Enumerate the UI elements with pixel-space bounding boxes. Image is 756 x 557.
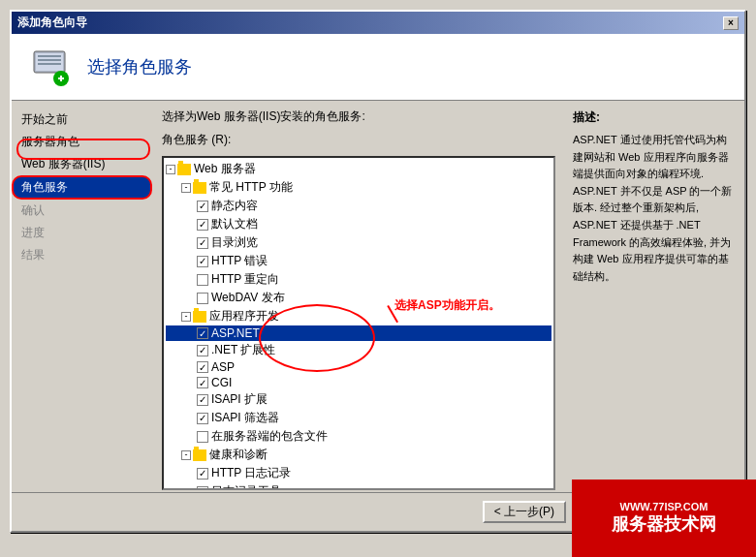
watermark-name: 服务器技术网 bbox=[612, 512, 716, 536]
expand-btn-health-diag[interactable]: - bbox=[181, 450, 191, 460]
folder-icon-app-dev bbox=[193, 311, 206, 323]
nav-item-web-server[interactable]: Web 服务器(IIS) bbox=[12, 153, 152, 175]
nav-item-server-roles[interactable]: 服务器角色 bbox=[12, 131, 152, 153]
expand-btn-web-server[interactable]: - bbox=[166, 165, 175, 174]
nav-item-results: 结果 bbox=[12, 244, 152, 266]
description-title: 描述: bbox=[573, 108, 737, 126]
tree-label-net-ext: .NET 扩展性 bbox=[211, 342, 275, 358]
back-button[interactable]: < 上一步(P) bbox=[483, 501, 566, 523]
nav-item-role-services[interactable]: 角色服务 bbox=[12, 175, 152, 200]
checkbox-asp-net[interactable]: ✓ bbox=[197, 327, 208, 339]
checkbox-http-errors[interactable]: ✓ bbox=[197, 256, 208, 267]
checkbox-dir-browse[interactable]: ✓ bbox=[197, 237, 208, 249]
tree-label-http-errors: HTTP 错误 bbox=[211, 253, 268, 269]
left-nav: 开始之前 服务器角色 Web 服务器(IIS) 角色服务 确认 进度 结果 bbox=[12, 101, 152, 523]
annotation-text: 选择ASP功能开启。 bbox=[394, 297, 500, 314]
main-panel: 选择为Web 服务器(IIS)安装的角色服务: 角色服务 (R): - Web … bbox=[152, 101, 565, 523]
description-panel: 描述: ASP.NET 通过使用托管代码为构建网站和 Web 应用程序向服务器端… bbox=[565, 101, 744, 523]
folder-icon-web-server bbox=[177, 164, 191, 175]
tree-item-asp[interactable]: ✓ ASP bbox=[166, 359, 551, 375]
tree-label-cgi: CGI bbox=[211, 376, 232, 389]
tree-item-dir-browse[interactable]: ✓ 目录浏览 bbox=[166, 233, 551, 252]
tree-label-log-tools: 日志记录工具 bbox=[211, 483, 281, 490]
tree-label-web-server: Web 服务器 bbox=[194, 161, 256, 177]
expand-btn-app-dev[interactable]: - bbox=[181, 312, 191, 322]
checkbox-default-doc[interactable]: ✓ bbox=[197, 219, 208, 231]
tree-label-asp-net: ASP.NET bbox=[211, 326, 260, 340]
tree-item-health-diag[interactable]: - 健康和诊断 bbox=[166, 446, 551, 464]
checkbox-cgi[interactable]: ✓ bbox=[197, 377, 208, 388]
watermark-url: WWW.77ISP.COM bbox=[620, 501, 709, 512]
role-services-label: 角色服务 (R): bbox=[162, 132, 555, 148]
checkbox-asp[interactable]: ✓ bbox=[197, 361, 208, 373]
svg-rect-2 bbox=[38, 55, 61, 57]
checkbox-isapi-ext[interactable]: ✓ bbox=[197, 394, 208, 406]
tree-label-server-side-inc: 在服务器端的包含文件 bbox=[211, 428, 328, 445]
role-services-tree[interactable]: - Web 服务器 - 常见 HTTP 功能 ✓ 静态内容 bbox=[162, 156, 555, 490]
titlebar: 添加角色向导 × bbox=[12, 12, 744, 34]
checkbox-log-tools[interactable] bbox=[197, 486, 208, 491]
tree-item-web-server[interactable]: - Web 服务器 bbox=[166, 160, 551, 178]
tree-item-net-ext[interactable]: ✓ .NET 扩展性 bbox=[166, 341, 551, 359]
tree-item-default-doc[interactable]: ✓ 默认文档 bbox=[166, 215, 551, 233]
checkbox-webdav[interactable] bbox=[197, 293, 208, 304]
tree-item-cgi[interactable]: ✓ CGI bbox=[166, 375, 551, 390]
wizard-icon bbox=[26, 44, 73, 90]
tree-label-app-dev: 应用程序开发 bbox=[209, 308, 279, 325]
tree-label-default-doc: 默认文档 bbox=[211, 216, 258, 232]
folder-icon-health-diag bbox=[193, 449, 206, 461]
nav-item-start[interactable]: 开始之前 bbox=[12, 108, 152, 131]
svg-rect-4 bbox=[38, 63, 61, 65]
tree-item-isapi-filter[interactable]: ✓ ISAPI 筛选器 bbox=[166, 409, 551, 427]
checkbox-static-content[interactable]: ✓ bbox=[197, 201, 208, 212]
tree-label-common-http: 常见 HTTP 功能 bbox=[209, 179, 293, 196]
tree-item-isapi-ext[interactable]: ✓ ISAPI 扩展 bbox=[166, 390, 551, 409]
svg-rect-3 bbox=[38, 59, 61, 61]
tree-label-http-redirect: HTTP 重定向 bbox=[211, 271, 279, 288]
nav-item-progress: 进度 bbox=[12, 222, 152, 244]
folder-icon-common-http bbox=[193, 182, 206, 194]
tree-item-static-content[interactable]: ✓ 静态内容 bbox=[166, 197, 551, 215]
checkbox-isapi-filter[interactable]: ✓ bbox=[197, 413, 208, 424]
tree-item-log-tools[interactable]: 日志记录工具 bbox=[166, 482, 551, 490]
tree-label-asp: ASP bbox=[211, 360, 235, 374]
checkbox-http-redirect[interactable] bbox=[197, 274, 208, 286]
checkbox-net-ext[interactable]: ✓ bbox=[197, 345, 208, 356]
tree-item-http-logging[interactable]: ✓ HTTP 日志记录 bbox=[166, 464, 551, 482]
tree-item-asp-net[interactable]: ✓ ASP.NET bbox=[166, 325, 551, 341]
titlebar-left: 添加角色向导 bbox=[17, 15, 87, 31]
svg-rect-7 bbox=[60, 76, 62, 81]
page-title: 选择角色服务 bbox=[87, 55, 192, 78]
tree-label-health-diag: 健康和诊断 bbox=[209, 447, 268, 463]
watermark: WWW.77ISP.COM 服务器技术网 bbox=[572, 480, 756, 557]
expand-btn-common-http[interactable]: - bbox=[181, 183, 191, 193]
tree-label-http-logging: HTTP 日志记录 bbox=[211, 465, 291, 481]
nav-item-confirm: 确认 bbox=[12, 200, 152, 222]
tree-label-webdav: WebDAV 发布 bbox=[211, 290, 285, 306]
tree-label-isapi-filter: ISAPI 筛选器 bbox=[211, 410, 279, 426]
header-area: 选择角色服务 bbox=[12, 34, 744, 101]
tree-item-server-side-inc[interactable]: 在服务器端的包含文件 bbox=[166, 427, 551, 446]
window-title: 添加角色向导 bbox=[17, 15, 87, 31]
tree-label-dir-browse: 目录浏览 bbox=[211, 234, 258, 251]
tree-label-static-content: 静态内容 bbox=[211, 198, 258, 214]
main-window: 添加角色向导 × 选择角色服务 开始之前 服务器角色 bbox=[10, 10, 746, 533]
tree-item-common-http[interactable]: - 常见 HTTP 功能 bbox=[166, 178, 551, 197]
content-area: 开始之前 服务器角色 Web 服务器(IIS) 角色服务 确认 进度 结果 选择… bbox=[12, 101, 744, 523]
tree-label-isapi-ext: ISAPI 扩展 bbox=[211, 391, 268, 408]
tree-item-http-redirect[interactable]: HTTP 重定向 bbox=[166, 270, 551, 289]
description-text: ASP.NET 通过使用托管代码为构建网站和 Web 应用程序向服务器端提供面向… bbox=[573, 132, 737, 285]
checkbox-server-side-inc[interactable] bbox=[197, 431, 208, 443]
close-button[interactable]: × bbox=[723, 16, 739, 30]
top-label: 选择为Web 服务器(IIS)安装的角色服务: bbox=[162, 108, 555, 125]
checkbox-http-logging[interactable]: ✓ bbox=[197, 468, 208, 480]
tree-item-http-errors[interactable]: ✓ HTTP 错误 bbox=[166, 252, 551, 270]
